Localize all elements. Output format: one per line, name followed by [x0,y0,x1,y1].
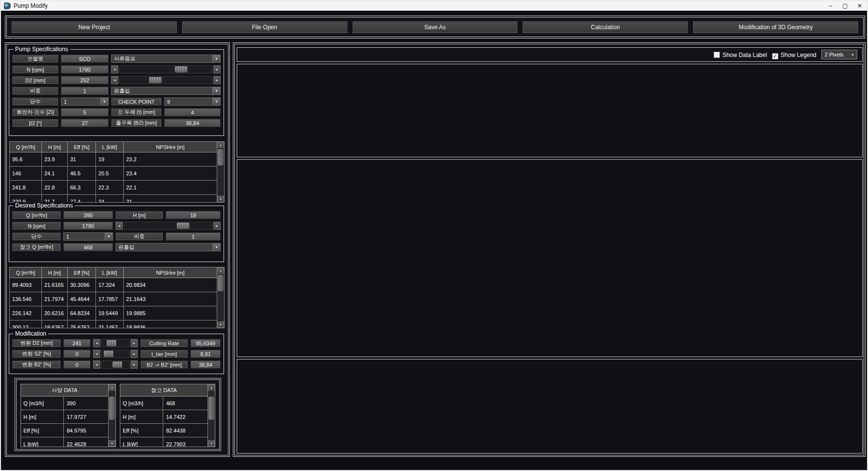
table-row[interactable]: 241.822.866.322.322.1 [10,181,217,195]
dropdown-arrow-icon[interactable]: ▼ [212,55,220,62]
slider-left-icon[interactable]: ◄ [93,360,100,369]
table-row[interactable]: H [m]14.7422 [120,410,208,424]
scroll-down-icon[interactable]: ▼ [217,196,224,202]
slider-right-icon[interactable]: ► [213,65,221,74]
modification-3d-button[interactable]: Modification of 3D Geometry [693,21,859,34]
rpm-slider[interactable]: ◄ ► [111,65,221,74]
slider-left-icon[interactable]: ◄ [115,222,123,230]
dropdown-arrow-icon[interactable]: ▼ [100,98,108,105]
dropdown-arrow-icon[interactable]: ▼ [212,244,220,251]
column-header[interactable]: Eff [%] [68,142,96,152]
show-legend-checkbox[interactable]: ✓Show Legend [772,50,816,59]
scroll-down-icon[interactable]: ▼ [109,440,115,447]
ref-q-field[interactable]: 468 [63,243,113,251]
desired-suction-dropdown[interactable]: 편흡입 ▼ [115,243,221,251]
mod-b2-slider[interactable]: ◄ ► [93,360,138,369]
t-tan-field[interactable]: 8,81 [190,350,221,358]
table-row[interactable]: 300.1219.626775.676221.146718.9936 [10,320,217,328]
slider-right-icon[interactable]: ► [131,360,138,369]
vane-thickness-field[interactable]: 4 [164,108,221,116]
slider-thumb[interactable] [104,351,113,357]
calculation-button[interactable]: Calculation [522,21,688,34]
desired-h-field[interactable]: 18 [166,211,221,219]
table-row[interactable]: 89.409321.616530.309617.32420.9834 [10,278,217,292]
table-row[interactable]: 14624.146.520.523.4 [10,167,217,181]
mod-s2-field[interactable]: 0 [63,350,91,358]
table-row[interactable]: Eff [%]84.9795 [21,424,108,437]
slider-right-icon[interactable]: ► [213,222,221,230]
column-header[interactable]: NPSHre [m] [124,142,217,152]
suction-type-dropdown[interactable]: 편흡입 ▼ [111,87,221,95]
mod-d2-slider[interactable]: ◄ ► [93,339,138,347]
slider-left-icon[interactable]: ◄ [93,339,100,347]
maximize-button[interactable]: ▢ [838,1,852,11]
b2-to-b2-field[interactable]: 38,84 [190,360,221,369]
table-row[interactable]: Eff [%]82.4438 [120,424,208,437]
gravity-field[interactable]: 1 [61,87,109,95]
table-row[interactable]: L [kW]22.4628 [21,437,108,447]
scroll-down-icon[interactable]: ▼ [208,440,215,447]
slider-thumb[interactable] [177,223,189,229]
scroll-down-icon[interactable]: ▼ [217,321,224,328]
scrollbar-thumb[interactable] [109,396,115,420]
close-button[interactable]: ✕ [852,1,867,11]
slider-thumb[interactable] [175,66,188,73]
column-header[interactable]: NPSHre [m] [124,267,217,278]
scroll-up-icon[interactable]: ▲ [217,142,224,148]
table-row[interactable]: 136.54621.797445.464417.785721.1643 [10,292,217,306]
slider-left-icon[interactable]: ◄ [93,350,100,358]
pump-type-dropdown[interactable]: 사류펌프 ▼ [111,55,221,63]
show-data-label-checkbox[interactable]: Show Data Label [714,50,767,59]
scrollbar-thumb[interactable] [218,275,224,291]
table-row[interactable]: L [kW]22.7903 [120,437,208,447]
table-row[interactable]: 320.921.777.42421 [10,195,217,202]
scroll-up-icon[interactable]: ▲ [109,384,115,391]
checkbox-checked-icon[interactable]: ✓ [772,53,778,59]
column-header[interactable]: L [kW] [96,267,124,278]
dropdown-arrow-icon[interactable]: ▼ [212,87,220,94]
desired-q-field[interactable]: 390 [63,211,113,219]
d2-field[interactable]: 252 [61,76,109,84]
outlet-width-field[interactable]: 38,84 [164,119,221,127]
table-row[interactable]: 95.623.9311923.2 [10,152,217,167]
d2-slider[interactable]: ◄ ► [111,76,221,84]
scrollbar-thumb[interactable] [218,149,224,166]
slider-thumb[interactable] [149,77,162,83]
minimize-button[interactable]: – [823,1,838,11]
slider-right-icon[interactable]: ► [213,76,221,84]
dropdown-arrow-icon[interactable]: ▼ [212,98,220,105]
table-row[interactable]: H [m]17.9727 [21,410,108,424]
performance-chart[interactable] [237,159,863,357]
scroll-up-icon[interactable]: ▲ [217,267,224,274]
mod-b2-field[interactable]: 0 [63,360,91,369]
stage-dropdown[interactable]: 1 ▼ [61,97,109,106]
cutting-rate-field[interactable]: 95,6349 [190,339,221,347]
dropdown-arrow-icon[interactable]: ▼ [105,233,113,240]
checkpoint-dropdown[interactable]: 9 ▼ [164,97,221,106]
scrollbar-thumb[interactable] [208,396,214,420]
table-row[interactable]: Q [m3/h]468 [120,396,208,410]
desired-gravity-field[interactable]: 1 [166,232,221,241]
checkbox-icon[interactable] [714,52,720,58]
npsh-chart[interactable] [237,64,863,157]
pixels-dropdown[interactable]: 2 Pixels▼ [821,50,857,59]
beta2-field[interactable]: 27 [61,119,109,127]
slider-thumb[interactable] [107,340,116,346]
table-scrollbar[interactable]: ▲ ▼ [217,267,224,328]
mod-d2-field[interactable]: 241 [63,339,91,347]
column-header[interactable]: Q [m³/h] [10,142,42,152]
desired-rpm-field[interactable]: 1780 [63,222,113,230]
desired-stage-dropdown[interactable]: 1 ▼ [63,232,113,241]
slider-thumb[interactable] [113,361,122,368]
slider-right-icon[interactable]: ► [131,350,138,358]
scroll-up-icon[interactable]: ▲ [208,384,215,391]
column-header[interactable]: H [m] [42,142,68,152]
slider-left-icon[interactable]: ◄ [111,65,118,74]
table-scrollbar[interactable]: ▲ ▼ [108,384,115,447]
table-row[interactable]: Q [m3/h]390 [21,396,108,410]
model-name-field[interactable]: SCO [61,55,109,63]
desired-rpm-slider[interactable]: ◄ ► [115,222,221,230]
column-header[interactable]: H [m] [42,267,68,278]
table-row[interactable]: 226.14220.621664.823419.544919.9885 [10,306,217,320]
slider-left-icon[interactable]: ◄ [111,76,118,84]
